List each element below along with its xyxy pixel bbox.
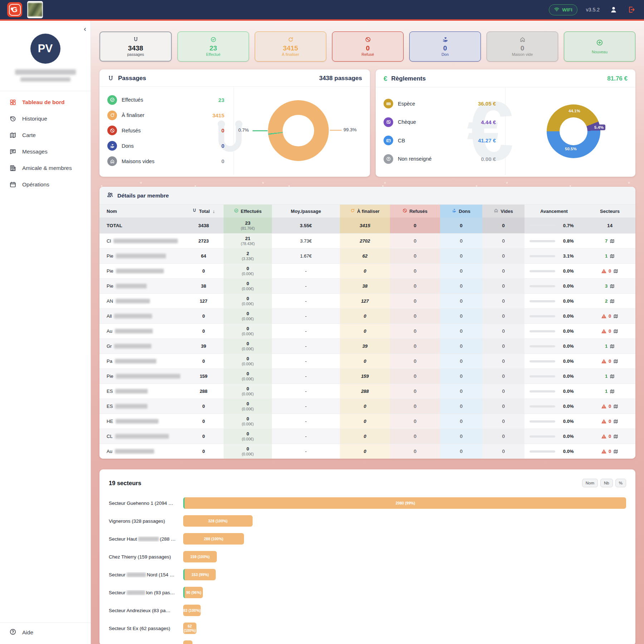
warning-icon: ! [601, 404, 606, 409]
sector-label: Secteur lon (93 pas… [109, 590, 183, 595]
sector-bar[interactable]: 62 (100%) [183, 623, 196, 634]
sidebar-collapse-button[interactable]: ‹ [84, 25, 86, 32]
stat-card-passages[interactable]: 3438passages [99, 31, 172, 62]
sector-bar[interactable]: 288 (100%) [183, 533, 244, 545]
map-icon [610, 389, 615, 394]
stat-card-refuse[interactable]: 0Refusé [332, 31, 404, 62]
map-icon [613, 419, 618, 424]
member-row[interactable]: ES00(0.00€)-00000.0%!0 [99, 399, 635, 414]
member-name-redacted: Pa [99, 354, 184, 369]
stat-card-don[interactable]: 0Don [409, 31, 481, 62]
top-bar: G WIFI v3.5.2 [0, 0, 644, 21]
sector-bar[interactable]: 90 (96%) [183, 587, 203, 598]
member-row[interactable]: All00(0.00€)-00000.0%!0 [99, 308, 635, 323]
sector-bar[interactable]: 159 (100%) [183, 551, 217, 562]
user-icon[interactable] [608, 4, 619, 15]
calendar-icon [9, 181, 16, 188]
card-icon [386, 138, 391, 143]
member-row[interactable]: Pie1590(0.00€)-1590000.0%1 [99, 369, 635, 384]
sector-bar[interactable]: 328 (100%) [183, 515, 253, 527]
sidebar-item-members[interactable]: Amicale & membres [0, 160, 91, 176]
member-row[interactable]: ES2880(0.00€)-2880000.0%1 [99, 384, 635, 399]
map-icon [610, 284, 615, 289]
table-header-row: NomTotal↓EffectuésMoy./passageÀ finalise… [99, 205, 635, 218]
sectors-sort-%-button[interactable]: % [615, 479, 626, 487]
sidebar-item-help[interactable]: Aide [0, 623, 91, 644]
sector-bar-row: Secteur Haut (288 …288 (100%) [109, 533, 626, 545]
logout-icon[interactable] [626, 4, 637, 15]
sector-bar-row: Chez Thierry (159 passages)159 (100%) [109, 551, 626, 562]
sector-bar[interactable]: 83 (100%) [183, 605, 201, 616]
member-row[interactable]: Pa00(0.00€)-00000.0%!0 [99, 353, 635, 369]
passages-chart: 0.7% 99.3% [234, 87, 370, 175]
col-header-Moy./passage: Moy./passage [272, 205, 340, 218]
slash-icon [365, 36, 371, 43]
breakdown-row: À finaliser3415 [107, 111, 224, 120]
col-header-Nom: Nom [99, 205, 184, 218]
euro-icon: € [384, 75, 387, 83]
sector-bar-row: Vignerons (328 passages)328 (100%) [109, 515, 626, 527]
map-icon [610, 254, 615, 259]
details-title: Détails par membre [117, 192, 169, 199]
map-icon [610, 374, 615, 379]
sector-bar-row: Secteur Nord (154 …153 (99%) [109, 569, 626, 580]
reglements-total: 81.76 € [607, 75, 628, 82]
sector-bar[interactable]: 153 (99%) [183, 569, 216, 580]
wifi-label: WIFI [562, 7, 572, 13]
warning-icon: ! [601, 419, 606, 424]
breakdown-row: CB41.27 € [384, 136, 496, 145]
map-icon [9, 132, 16, 139]
member-row[interactable]: Cl272321(78.43€)3.73€27020000.8%7 [99, 233, 635, 248]
sector-bar[interactable]: 44 (1 [183, 640, 192, 644]
sectors-sort-Nb-button[interactable]: Nb [600, 479, 613, 487]
person-icon [610, 6, 618, 14]
check-icon [234, 208, 239, 213]
help-icon [9, 628, 16, 637]
member-row[interactable]: Pie642(3.33€)1.67€620003.1%1 [99, 248, 635, 263]
passages-breakdown-list: Effectués23À finaliser3415Refusés0Dons0M… [99, 87, 234, 175]
warning-icon: ! [601, 269, 606, 273]
stat-card-maison-vide[interactable]: 0Maison vide [487, 31, 558, 62]
member-row[interactable]: Gr390(0.00€)-390000.0%1 [99, 338, 635, 353]
breakdown-row: Maisons vides0 [107, 156, 224, 166]
sectors-view-buttons: NomNb% [582, 479, 626, 487]
reglements-panel: € Règlements 81.76 € € Espèce36.05 €Chèq… [376, 69, 635, 177]
map-icon [610, 344, 615, 349]
refresh-icon [350, 208, 355, 213]
sidebar-item-dashboard[interactable]: Tableau de bord [0, 94, 91, 111]
table-total-row: TOTAL343823(81.76€)3.55€34150000.7%14 [99, 218, 635, 233]
sector-bar-row: Secteur lon (93 pas…90 (96%) [109, 587, 626, 598]
member-row[interactable]: Au00(0.00€)-00000.0%!0 [99, 323, 635, 338]
wifi-badge[interactable]: WIFI [549, 4, 577, 15]
member-name-redacted: Gr [99, 339, 184, 353]
col-header-Total[interactable]: Total↓ [184, 205, 224, 218]
sidebar-item-map[interactable]: Carte [0, 127, 91, 143]
sidebar-menu: Tableau de bordHistoriqueCarteMessagesAm… [0, 91, 91, 193]
member-row[interactable]: HE00(0.00€)-00000.0%!0 [99, 414, 635, 429]
member-row[interactable]: AN1270(0.00€)-1270000.0%2 [99, 293, 635, 308]
member-row[interactable]: Au00(0.00€)-00000.0%!0 [99, 444, 635, 459]
sidebar-item-operations[interactable]: Opérations [0, 176, 91, 193]
sectors-bar-list: Secteur Guehenno 1 (2094 …2080 (99%)Vign… [109, 497, 626, 644]
stat-card-effectue[interactable]: 23Effectué [177, 31, 249, 62]
question-icon [386, 156, 391, 161]
member-row[interactable]: CL00(0.00€)-00000.0%!0 [99, 429, 635, 444]
user-name-redacted [0, 69, 91, 82]
wifi-icon [554, 6, 560, 12]
stat-card-nouveau[interactable]: Nouveau [564, 31, 635, 62]
sector-bar-row: Secteur Andrezieux (83 pa…83 (100%) [109, 605, 626, 616]
sector-bar[interactable]: 2080 (99%) [183, 497, 626, 509]
donut-label-cb: 50.5% [565, 147, 577, 151]
member-row[interactable]: Pie380(0.00€)-380000.0%3 [99, 278, 635, 293]
member-row[interactable]: Pie00(0.00€)-00000.0%!0 [99, 263, 635, 278]
dashboard-main: 3438passages23Effectué3415À finaliser0Re… [91, 21, 644, 644]
hands-icon [110, 143, 115, 148]
sidebar-item-history[interactable]: Historique [0, 111, 91, 127]
stat-card-a-finaliser[interactable]: 3415À finaliser [255, 31, 326, 62]
sectors-sort-Nom-button[interactable]: Nom [582, 479, 598, 487]
passages-donut-chart [268, 100, 329, 161]
map-icon [613, 449, 618, 454]
sidebar-item-messages[interactable]: Messages [0, 143, 91, 160]
house-icon [519, 36, 526, 43]
member-name-redacted: CL [99, 429, 184, 444]
